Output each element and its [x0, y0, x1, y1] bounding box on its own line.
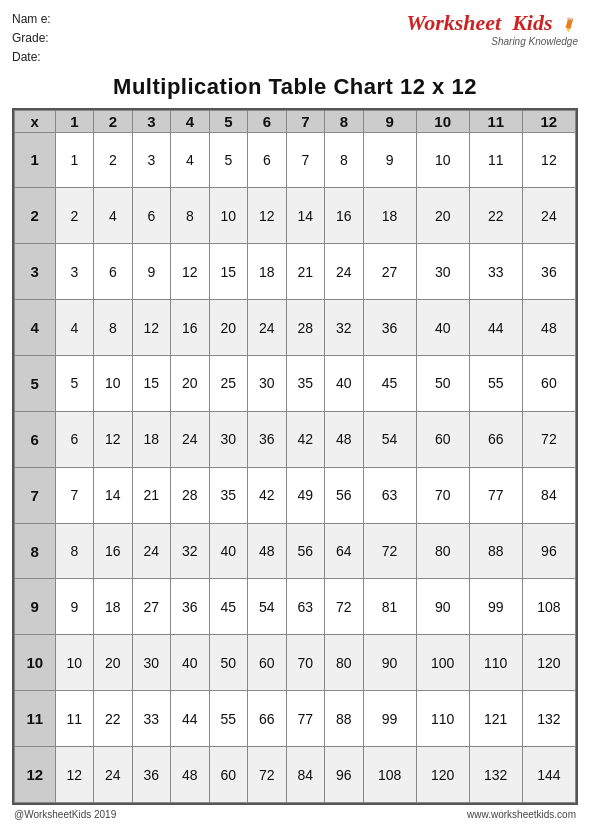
table-cell: 72 [522, 411, 575, 467]
table-cell: 14 [94, 467, 133, 523]
table-cell: 18 [248, 244, 287, 300]
row-header-1: 1 [15, 132, 56, 188]
table-cell: 90 [363, 635, 416, 691]
table-cell: 60 [416, 411, 469, 467]
table-cell: 88 [325, 691, 364, 747]
table-cell: 8 [55, 523, 94, 579]
table-cell: 16 [171, 300, 210, 356]
table-cell: 10 [94, 356, 133, 412]
table-cell: 48 [248, 523, 287, 579]
table-row: 661218243036424854606672 [15, 411, 576, 467]
table-cell: 80 [416, 523, 469, 579]
table-cell: 10 [55, 635, 94, 691]
col-header-4: 4 [171, 110, 210, 132]
table-cell: 22 [94, 691, 133, 747]
table-cell: 40 [325, 356, 364, 412]
table-cell: 6 [132, 188, 171, 244]
multiplication-table: x123456789101112112345678910111222468101… [14, 110, 576, 803]
table-cell: 88 [469, 523, 522, 579]
name-fields: Nam e: Grade: Date: [12, 10, 51, 68]
table-cell: 8 [171, 188, 210, 244]
row-header-8: 8 [15, 523, 56, 579]
table-cell: 99 [363, 691, 416, 747]
table-cell: 28 [171, 467, 210, 523]
logo-area: Worksheet Kids Sharing Knowledge [406, 10, 578, 47]
table-cell: 7 [286, 132, 325, 188]
table-cell: 11 [55, 691, 94, 747]
table-cell: 40 [171, 635, 210, 691]
col-header-3: 3 [132, 110, 171, 132]
table-cell: 22 [469, 188, 522, 244]
table-cell: 36 [248, 411, 287, 467]
col-header-x: x [15, 110, 56, 132]
table-cell: 72 [363, 523, 416, 579]
table-cell: 18 [132, 411, 171, 467]
logo-part2: Kids [512, 10, 552, 35]
table-cell: 25 [209, 356, 248, 412]
table-cell: 42 [286, 411, 325, 467]
main-title: Multiplication Table Chart 12 x 12 [12, 74, 578, 100]
table-cell: 108 [522, 579, 575, 635]
logo-part1: Worksheet [406, 10, 501, 35]
table-cell: 33 [132, 691, 171, 747]
table-cell: 24 [94, 747, 133, 803]
table-cell: 56 [286, 523, 325, 579]
table-cell: 70 [286, 635, 325, 691]
table-cell: 12 [171, 244, 210, 300]
row-header-9: 9 [15, 579, 56, 635]
table-cell: 2 [94, 132, 133, 188]
table-cell: 77 [469, 467, 522, 523]
table-cell: 132 [469, 747, 522, 803]
date-label: Date: [12, 48, 51, 67]
table-cell: 14 [286, 188, 325, 244]
table-cell: 42 [248, 467, 287, 523]
table-cell: 63 [286, 579, 325, 635]
table-cell: 32 [325, 300, 364, 356]
row-header-6: 6 [15, 411, 56, 467]
page: Nam e: Grade: Date: Worksheet Kids Shari… [0, 0, 590, 826]
table-row: 3369121518212427303336 [15, 244, 576, 300]
table-cell: 121 [469, 691, 522, 747]
table-cell: 5 [209, 132, 248, 188]
table-cell: 96 [522, 523, 575, 579]
col-header-10: 10 [416, 110, 469, 132]
multiplication-table-wrapper: x123456789101112112345678910111222468101… [12, 108, 578, 805]
name-label: Nam e: [12, 10, 51, 29]
table-cell: 12 [55, 747, 94, 803]
table-cell: 2 [55, 188, 94, 244]
table-row: 551015202530354045505560 [15, 356, 576, 412]
table-cell: 4 [55, 300, 94, 356]
pencil-icon [562, 17, 578, 33]
logo-title: Worksheet Kids [406, 10, 578, 36]
table-cell: 64 [325, 523, 364, 579]
row-header-7: 7 [15, 467, 56, 523]
table-cell: 45 [209, 579, 248, 635]
table-row: 121224364860728496108120132144 [15, 747, 576, 803]
table-cell: 6 [94, 244, 133, 300]
row-header-2: 2 [15, 188, 56, 244]
table-cell: 55 [469, 356, 522, 412]
table-cell: 60 [209, 747, 248, 803]
table-cell: 54 [363, 411, 416, 467]
table-cell: 66 [248, 691, 287, 747]
table-row: 881624324048566472808896 [15, 523, 576, 579]
table-cell: 4 [171, 132, 210, 188]
table-cell: 35 [286, 356, 325, 412]
table-row: 1123456789101112 [15, 132, 576, 188]
col-header-8: 8 [325, 110, 364, 132]
table-cell: 18 [363, 188, 416, 244]
footer-left: @WorksheetKids 2019 [14, 809, 116, 820]
table-cell: 30 [416, 244, 469, 300]
table-cell: 96 [325, 747, 364, 803]
table-cell: 16 [325, 188, 364, 244]
table-cell: 110 [416, 691, 469, 747]
table-row: 11112233445566778899110121132 [15, 691, 576, 747]
table-cell: 36 [522, 244, 575, 300]
table-cell: 24 [171, 411, 210, 467]
table-cell: 48 [171, 747, 210, 803]
table-row: 224681012141618202224 [15, 188, 576, 244]
table-cell: 20 [416, 188, 469, 244]
table-row: 10102030405060708090100110120 [15, 635, 576, 691]
table-cell: 8 [325, 132, 364, 188]
table-cell: 6 [248, 132, 287, 188]
